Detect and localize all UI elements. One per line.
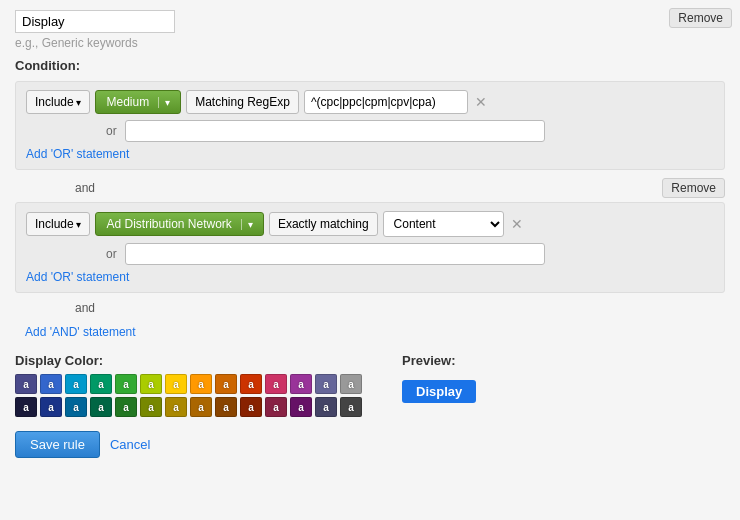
swatch-row1-2[interactable]: a — [65, 374, 87, 394]
swatch-row2-12[interactable]: a — [315, 397, 337, 417]
preview-title: Preview: — [402, 353, 476, 368]
matching-button-2[interactable]: Exactly matching — [269, 212, 378, 236]
swatch-row1-10[interactable]: a — [265, 374, 287, 394]
swatch-row2-13[interactable]: a — [340, 397, 362, 417]
dropdown-arrow-1: ▾ — [158, 97, 170, 108]
value-input-1[interactable] — [304, 90, 468, 114]
dimension-label-1: Medium — [106, 95, 149, 109]
preview-section: Preview: Display — [402, 353, 476, 403]
swatch-row1-3[interactable]: a — [90, 374, 112, 394]
save-rule-button[interactable]: Save rule — [15, 431, 100, 458]
color-swatches: aaaaaaaaaaaaaa aaaaaaaaaaaaaa — [15, 374, 362, 417]
swatch-row2-10[interactable]: a — [265, 397, 287, 417]
and-label-2: and — [75, 301, 95, 315]
title-input[interactable] — [15, 10, 175, 33]
condition-label: Condition: — [15, 58, 725, 73]
dimension-dropdown-1[interactable]: Medium ▾ — [95, 90, 181, 114]
swatch-row1-12[interactable]: a — [315, 374, 337, 394]
swatch-row2-0[interactable]: a — [15, 397, 37, 417]
display-color-title: Display Color: — [15, 353, 362, 368]
clear-icon-2[interactable]: ✕ — [509, 215, 525, 233]
condition-block-2: Include Ad Distribution Network ▾ Exactl… — [15, 202, 725, 293]
swatch-row1-11[interactable]: a — [290, 374, 312, 394]
title-placeholder: e.g., Generic keywords — [15, 36, 725, 50]
add-or-link-2[interactable]: Add 'OR' statement — [26, 270, 129, 284]
dropdown-arrow-2: ▾ — [241, 219, 253, 230]
swatch-row-2: aaaaaaaaaaaaaa — [15, 397, 362, 417]
swatch-row2-5[interactable]: a — [140, 397, 162, 417]
swatch-row1-5[interactable]: a — [140, 374, 162, 394]
clear-icon-1[interactable]: ✕ — [473, 93, 489, 111]
preview-badge: Display — [402, 380, 476, 403]
or-input-2[interactable] — [125, 243, 545, 265]
swatch-row1-0[interactable]: a — [15, 374, 37, 394]
swatch-row2-4[interactable]: a — [115, 397, 137, 417]
condition-row-1: Include Medium ▾ Matching RegExp ✕ — [26, 90, 714, 114]
or-label-2: or — [106, 247, 117, 261]
add-and-link[interactable]: Add 'AND' statement — [25, 325, 136, 339]
swatch-row2-8[interactable]: a — [215, 397, 237, 417]
swatch-row2-11[interactable]: a — [290, 397, 312, 417]
remove-button-1[interactable]: Remove — [669, 8, 732, 28]
add-or-link-1[interactable]: Add 'OR' statement — [26, 147, 129, 161]
or-label-1: or — [106, 124, 117, 138]
swatch-row1-4[interactable]: a — [115, 374, 137, 394]
swatch-row1-1[interactable]: a — [40, 374, 62, 394]
swatch-row1-7[interactable]: a — [190, 374, 212, 394]
condition-block-1: Remove Include Medium ▾ Matching RegExp … — [15, 81, 725, 170]
matching-button-1[interactable]: Matching RegExp — [186, 90, 299, 114]
remove-button-2[interactable]: Remove — [662, 178, 725, 198]
content-select[interactable]: Content Search Search Partners — [383, 211, 504, 237]
swatch-row2-2[interactable]: a — [65, 397, 87, 417]
swatch-row2-3[interactable]: a — [90, 397, 112, 417]
display-color-section: Display Color: aaaaaaaaaaaaaa aaaaaaaaaa… — [15, 353, 725, 417]
cancel-link[interactable]: Cancel — [110, 437, 150, 452]
swatch-row2-9[interactable]: a — [240, 397, 262, 417]
or-line-1: or — [26, 120, 714, 142]
dimension-dropdown-2[interactable]: Ad Distribution Network ▾ — [95, 212, 263, 236]
bottom-buttons: Save rule Cancel — [15, 431, 725, 458]
and-label-1: and — [75, 181, 95, 195]
include-button-2[interactable]: Include — [26, 212, 90, 236]
and-row-1: and Remove — [15, 178, 725, 198]
swatch-row1-13[interactable]: a — [340, 374, 362, 394]
color-picker-area: Display Color: aaaaaaaaaaaaaa aaaaaaaaaa… — [15, 353, 362, 417]
swatch-row1-8[interactable]: a — [215, 374, 237, 394]
swatch-row2-1[interactable]: a — [40, 397, 62, 417]
swatch-row1-9[interactable]: a — [240, 374, 262, 394]
swatch-row2-6[interactable]: a — [165, 397, 187, 417]
or-input-1[interactable] — [125, 120, 545, 142]
or-line-2: or — [26, 243, 714, 265]
include-button-1[interactable]: Include — [26, 90, 90, 114]
condition-row-2: Include Ad Distribution Network ▾ Exactl… — [26, 211, 714, 237]
and-row-2: and — [15, 301, 725, 315]
swatch-row-1: aaaaaaaaaaaaaa — [15, 374, 362, 394]
dimension-label-2: Ad Distribution Network — [106, 217, 231, 231]
swatch-row1-6[interactable]: a — [165, 374, 187, 394]
swatch-row2-7[interactable]: a — [190, 397, 212, 417]
